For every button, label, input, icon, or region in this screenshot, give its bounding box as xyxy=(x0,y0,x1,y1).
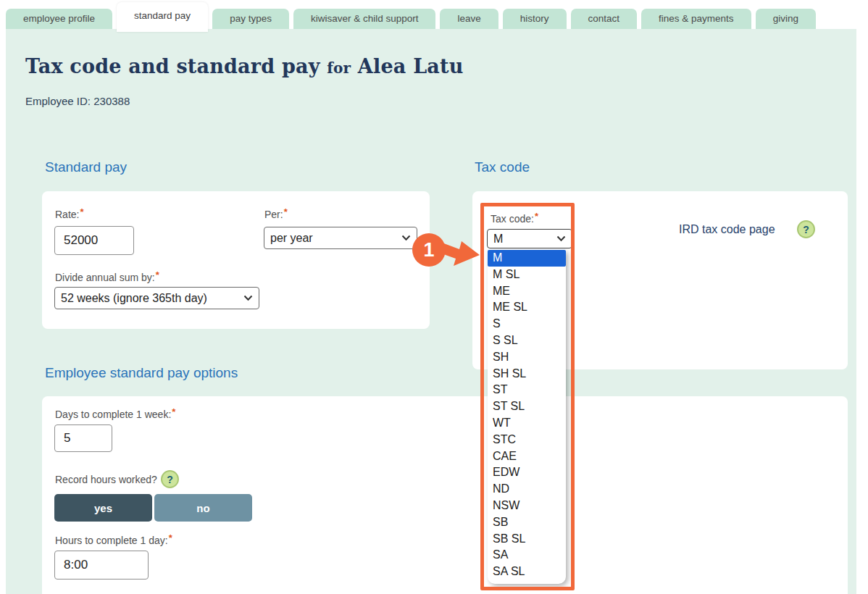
rate-label: Rate:* xyxy=(55,209,84,220)
tax-code-option[interactable]: SH SL xyxy=(488,366,566,382)
tab[interactable]: leave xyxy=(440,9,498,29)
required-asterisk: * xyxy=(535,211,538,222)
tab-label: history xyxy=(520,13,549,24)
days-per-week-input[interactable] xyxy=(54,424,112,452)
required-asterisk: * xyxy=(80,206,83,217)
tax-code-option-label: SB SL xyxy=(493,532,525,545)
tab[interactable]: history xyxy=(503,9,567,29)
chevron-down-icon xyxy=(401,235,411,241)
tax-code-option-label: S SL xyxy=(493,334,518,346)
per-select[interactable]: per year xyxy=(264,227,417,249)
tab-label: kiwisaver & child support xyxy=(311,13,419,24)
per-label: Per:* xyxy=(264,209,288,220)
tax-code-heading: Tax code xyxy=(475,159,530,175)
tab[interactable]: kiwisaver & child support xyxy=(293,9,436,29)
tab[interactable]: giving xyxy=(756,9,816,29)
tax-code-select[interactable]: M xyxy=(487,229,572,248)
tax-code-option-label: S xyxy=(493,317,501,330)
tax-code-label: Tax code:* xyxy=(491,213,538,225)
help-icon[interactable]: ? xyxy=(161,470,179,488)
tab-label: employee profile xyxy=(23,13,95,24)
tax-code-option[interactable]: CAE xyxy=(488,448,566,465)
tax-code-option[interactable]: ST SL xyxy=(488,398,566,415)
tab[interactable]: contact xyxy=(571,9,638,29)
employee-id: Employee ID: 230388 xyxy=(25,95,130,107)
tax-code-option[interactable]: M xyxy=(488,250,566,267)
divide-annual-select[interactable]: 52 weeks (ignore 365th day) xyxy=(54,287,259,309)
rate-input[interactable] xyxy=(54,226,134,255)
divide-annual-select-value: 52 weeks (ignore 365th day) xyxy=(61,292,239,305)
required-asterisk: * xyxy=(284,206,288,217)
tax-code-option-label: ND xyxy=(493,482,509,495)
tab-label: pay types xyxy=(230,13,272,24)
tax-code-option[interactable]: M SL xyxy=(488,267,566,283)
per-select-value: per year xyxy=(270,232,397,245)
tax-code-option-label: STC xyxy=(493,433,516,446)
employee-id-label: Employee ID: xyxy=(25,95,91,107)
record-hours-label: Record hours worked? xyxy=(55,474,157,485)
tab-label: leave xyxy=(457,13,480,24)
tax-code-option-label: SA xyxy=(493,548,508,561)
tax-code-option-label: SH xyxy=(493,351,509,363)
tax-code-option[interactable]: S xyxy=(488,316,566,332)
tax-code-option[interactable]: ST xyxy=(488,382,566,398)
hours-per-day-label: Hours to complete 1 day:* xyxy=(55,535,172,546)
tax-code-option-label: NSW xyxy=(493,499,519,511)
tax-code-option[interactable]: SA xyxy=(488,547,566,564)
tax-code-option-label: M SL xyxy=(493,268,519,280)
tab[interactable]: pay types xyxy=(212,9,289,29)
tax-code-option-label: SB xyxy=(493,516,508,528)
employee-name: Alea Latu xyxy=(358,55,464,78)
tax-code-option[interactable]: NSW xyxy=(488,498,566,514)
divide-annual-label: Divide annual sum by:* xyxy=(55,272,159,283)
tax-code-option-label: ME SL xyxy=(493,301,527,313)
tax-code-option[interactable]: SB xyxy=(488,514,566,531)
tax-code-select-value: M xyxy=(493,233,552,246)
tax-code-option-label: ME xyxy=(493,285,510,297)
tab[interactable]: fines & payments xyxy=(641,9,751,29)
record-hours-no-button[interactable]: no xyxy=(154,494,252,522)
tax-code-option-label: WT xyxy=(493,417,511,429)
required-asterisk: * xyxy=(169,532,172,543)
tax-code-option[interactable]: EDW xyxy=(488,464,566,481)
employee-id-value: 230388 xyxy=(93,95,130,107)
help-icon[interactable]: ? xyxy=(797,220,815,238)
tax-code-option-label: M xyxy=(493,251,502,264)
tab-label: standard pay xyxy=(134,10,191,21)
tax-code-option[interactable]: SB SL xyxy=(488,531,566,548)
hours-per-day-input[interactable] xyxy=(54,551,149,580)
chevron-down-icon xyxy=(243,295,253,301)
tax-code-option[interactable]: SA SL xyxy=(488,564,566,580)
tab-label: fines & payments xyxy=(659,13,734,24)
tax-code-option-label: CAE xyxy=(493,450,517,462)
tab-bar: employee profile standard pay pay types … xyxy=(6,2,816,29)
chevron-down-icon xyxy=(556,235,566,242)
pay-options-heading: Employee standard pay options xyxy=(45,365,238,381)
tab[interactable]: employee profile xyxy=(6,9,112,29)
tax-code-option[interactable]: WT xyxy=(488,415,566,432)
standard-pay-heading: Standard pay xyxy=(45,159,127,175)
tax-code-option-label: SH SL xyxy=(493,367,526,380)
days-per-week-label: Days to complete 1 week:* xyxy=(55,409,175,420)
tax-code-dropdown-list: M M SL ME ME SL S S SL SH SH SL ST ST SL… xyxy=(488,250,566,584)
tax-code-option[interactable]: ND xyxy=(488,481,566,498)
record-hours-yes-button[interactable]: yes xyxy=(54,494,152,522)
tax-code-option[interactable]: SH xyxy=(488,349,566,366)
required-asterisk: * xyxy=(172,406,175,417)
tax-code-option-label: ST SL xyxy=(493,400,525,412)
page-title-connector: for xyxy=(327,59,351,77)
tab-label: contact xyxy=(588,13,620,24)
tax-code-option[interactable]: ME SL xyxy=(488,299,566,316)
tax-code-option[interactable]: STC xyxy=(488,432,566,448)
ird-tax-code-link[interactable]: IRD tax code page xyxy=(679,223,775,236)
tab[interactable]: standard pay xyxy=(117,2,208,32)
required-asterisk: * xyxy=(156,269,159,280)
tax-code-option-label: EDW xyxy=(493,466,519,478)
tax-code-option[interactable]: S SL xyxy=(488,332,566,349)
tax-code-option[interactable]: ME xyxy=(488,283,566,300)
tax-code-option-label: SA SL xyxy=(493,565,525,577)
tab-label: giving xyxy=(773,13,798,24)
tax-code-option-label: ST xyxy=(493,383,507,396)
page-title-main: Tax code and standard pay xyxy=(25,55,320,78)
page-title: Tax code and standard pay for Alea Latu xyxy=(25,55,464,78)
